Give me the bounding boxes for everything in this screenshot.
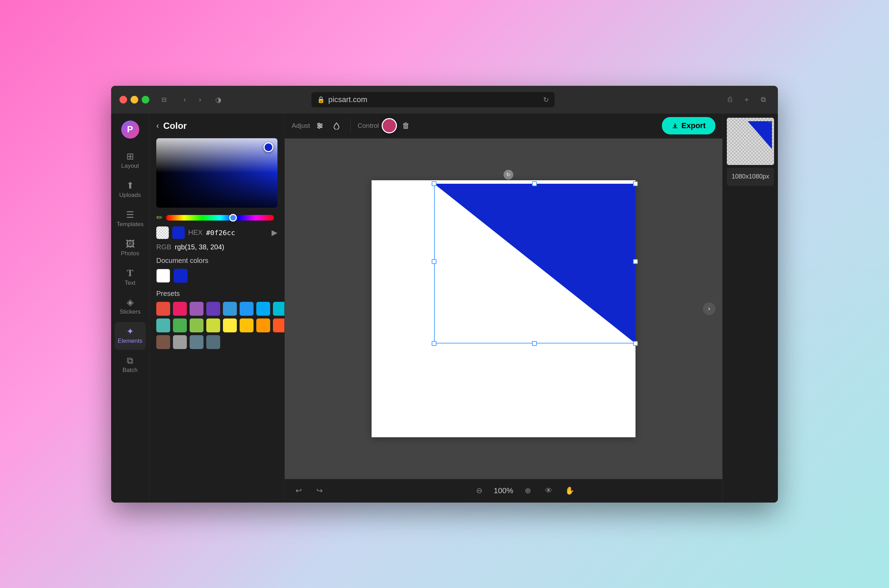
preset-color[interactable] <box>240 302 253 316</box>
sidebar-item-uploads[interactable]: ⬆ Uploads <box>115 176 146 204</box>
canvas-content: ↻ <box>285 139 722 479</box>
adjust-group: Adjust <box>292 119 343 133</box>
batch-icon: ⧉ <box>127 356 133 365</box>
color-circle-button[interactable] <box>382 118 397 134</box>
tabs-button[interactable]: ⧉ <box>757 93 769 106</box>
control-group: Control 🗑 <box>358 118 412 134</box>
selection-handle-bc[interactable] <box>532 341 537 346</box>
sidebar-toggle-button[interactable]: ⊟ <box>157 93 170 106</box>
maximize-button[interactable] <box>142 96 149 104</box>
preset-color[interactable] <box>173 318 187 332</box>
sidebar-item-photos[interactable]: 🖼 Photos <box>115 234 146 262</box>
preset-color[interactable] <box>156 302 170 316</box>
lock-icon: 🔒 <box>317 96 325 104</box>
browser-nav: ‹ › <box>178 93 206 106</box>
browser-window: ⊟ ‹ › ◑ 🔒 picsart.com ↻ ⎙ ＋ ⧉ P ⊞ Layout <box>111 86 778 502</box>
preset-color[interactable] <box>206 335 220 349</box>
zoom-in-button[interactable]: ⊕ <box>521 484 535 498</box>
selection-handle-mr[interactable] <box>633 259 638 264</box>
rgb-label: RGB <box>156 243 171 251</box>
minimize-button[interactable] <box>130 96 138 104</box>
back-nav-button[interactable]: ‹ <box>178 93 191 106</box>
sidebar-item-label: Photos <box>121 250 139 257</box>
preset-color[interactable] <box>156 318 170 332</box>
thumbnail-size-label: 1080x1080px <box>727 168 774 186</box>
presets-title: Presets <box>156 290 277 298</box>
export-label: Export <box>681 121 706 130</box>
photos-icon: 🖼 <box>126 239 135 248</box>
close-button[interactable] <box>120 96 127 104</box>
preset-color[interactable] <box>173 302 187 316</box>
selection-handle-bl[interactable] <box>432 341 436 346</box>
sidebar-item-batch[interactable]: ⧉ Batch <box>115 351 146 379</box>
layout-icon: ⊞ <box>126 152 134 161</box>
export-button[interactable]: Export <box>662 117 715 134</box>
adjust-label: Adjust <box>292 122 310 129</box>
preset-color[interactable] <box>240 318 253 332</box>
sliders-icon-button[interactable] <box>313 119 327 133</box>
sidebar-item-templates[interactable]: ☰ Templates <box>115 205 146 233</box>
rotate-handle[interactable]: ↻ <box>504 170 513 180</box>
zoom-out-button[interactable]: ⊖ <box>472 484 486 498</box>
eyedropper-button[interactable]: ✏ <box>156 213 162 222</box>
doc-colors <box>156 269 277 283</box>
selection-handle-tc[interactable] <box>532 181 537 186</box>
selection-handle-tl[interactable] <box>432 181 436 186</box>
thumbnail-svg <box>727 118 774 165</box>
hex-value[interactable]: #0f26cc <box>206 228 235 237</box>
preset-color[interactable] <box>190 302 204 316</box>
sidebar-item-elements[interactable]: ✦ Elements <box>115 322 146 350</box>
hue-handle <box>229 214 237 222</box>
redo-button[interactable]: ↪ <box>313 484 327 498</box>
preset-color[interactable] <box>273 318 285 332</box>
expand-icon[interactable]: ▶ <box>271 228 277 237</box>
canvas-nav-right-arrow[interactable]: › <box>703 303 715 315</box>
browser-actions: ⎙ ＋ ⧉ <box>724 93 769 106</box>
preset-color[interactable] <box>223 302 237 316</box>
preset-color[interactable] <box>156 335 170 349</box>
sidebar-item-layout[interactable]: ⊞ Layout <box>115 147 146 175</box>
hue-slider-container <box>166 215 274 220</box>
forward-nav-button[interactable]: › <box>194 93 206 106</box>
preset-color[interactable] <box>256 302 270 316</box>
rgb-value: rgb(15, 38, 204) <box>175 243 277 251</box>
doc-color-blue[interactable] <box>174 269 187 283</box>
svg-marker-6 <box>434 184 636 344</box>
doc-color-white[interactable] <box>156 269 170 283</box>
delete-icon-button[interactable]: 🗑 <box>400 120 412 132</box>
undo-button[interactable]: ↩ <box>292 484 306 498</box>
url-text: picsart.com <box>328 95 367 104</box>
share-button[interactable]: ⎙ <box>724 93 736 106</box>
contrast-button[interactable]: ◑ <box>212 93 224 106</box>
zoom-value: 100% <box>493 486 514 495</box>
selection-handle-br[interactable] <box>633 341 638 346</box>
preset-color[interactable] <box>173 335 187 349</box>
browser-titlebar: ⊟ ‹ › ◑ 🔒 picsart.com ↻ ⎙ ＋ ⧉ <box>111 86 778 114</box>
hex-label: HEX <box>188 228 202 237</box>
preset-color[interactable] <box>206 302 220 316</box>
back-button[interactable]: ‹ <box>156 121 159 130</box>
selection-handle-ml[interactable] <box>432 259 436 264</box>
preset-color[interactable] <box>273 302 285 316</box>
canvas-background[interactable] <box>372 180 636 437</box>
sidebar-item-text[interactable]: T Text <box>115 264 146 291</box>
hue-slider[interactable] <box>166 215 274 220</box>
new-tab-button[interactable]: ＋ <box>741 93 753 106</box>
color-gradient-picker[interactable] <box>156 138 277 208</box>
selection-handle-tr[interactable] <box>633 181 638 186</box>
eye-button[interactable]: 👁 <box>542 484 556 498</box>
hex-row: HEX #0f26cc ▶ <box>156 226 277 239</box>
preset-color[interactable] <box>206 318 220 332</box>
sidebar-item-stickers[interactable]: ◈ Stickers <box>115 293 146 321</box>
preset-color[interactable] <box>223 318 237 332</box>
gradient-handle[interactable] <box>264 142 273 152</box>
hand-button[interactable]: ✋ <box>562 484 576 498</box>
thumbnail-preview[interactable]: ··· <box>727 118 774 165</box>
preset-color[interactable] <box>190 318 204 332</box>
triangle-shape[interactable] <box>434 184 636 344</box>
preset-color[interactable] <box>190 335 204 349</box>
droplet-icon-button[interactable] <box>330 119 343 133</box>
preset-color[interactable] <box>256 318 270 332</box>
reload-icon[interactable]: ↻ <box>543 96 549 104</box>
current-color-swatch <box>172 226 185 239</box>
